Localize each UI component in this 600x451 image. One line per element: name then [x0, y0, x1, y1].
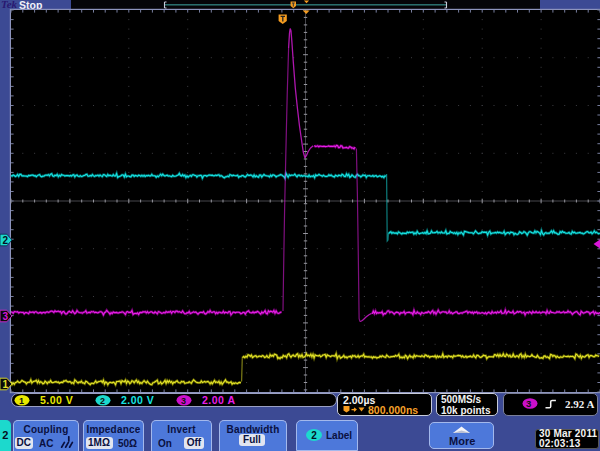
- svg-text:Label: Label: [326, 430, 352, 441]
- svg-text:3: 3: [526, 398, 531, 409]
- svg-text:5.00 V: 5.00 V: [40, 394, 73, 406]
- svg-text:800.000ns: 800.000ns: [368, 405, 418, 416]
- svg-text:2.00 A: 2.00 A: [202, 394, 236, 406]
- svg-text:2: 2: [311, 430, 317, 441]
- svg-text:1: 1: [19, 396, 24, 406]
- svg-text:2: 2: [100, 396, 105, 406]
- svg-text:2.00 V: 2.00 V: [121, 394, 154, 406]
- svg-text:More: More: [449, 435, 475, 447]
- svg-text:2.92 A: 2.92 A: [565, 398, 594, 410]
- svg-text:3: 3: [181, 396, 186, 406]
